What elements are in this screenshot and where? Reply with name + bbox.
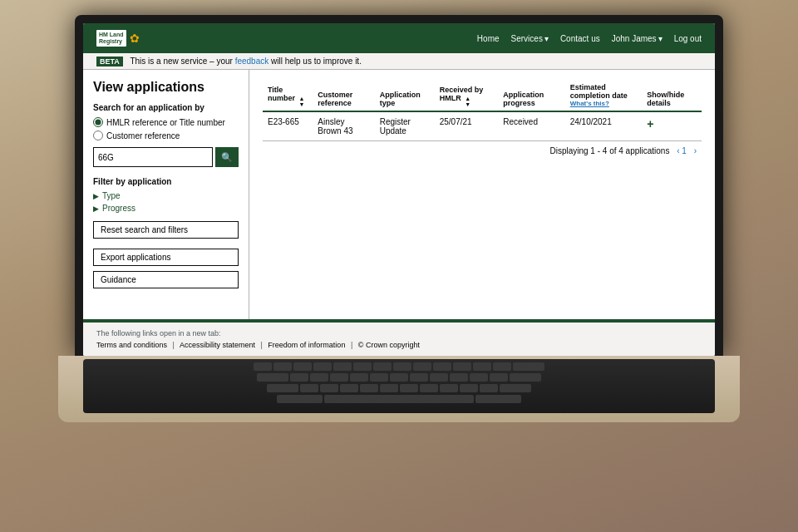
beta-tag: BETA [96, 57, 123, 66]
filter-progress-label: Progress [102, 204, 135, 213]
cell-customer-ref: Ainsley Brown 43 [313, 111, 374, 141]
key [277, 395, 323, 403]
filter-progress[interactable]: ▶ Progress [93, 204, 239, 213]
key [470, 373, 488, 382]
key [373, 362, 392, 371]
search-row: 🔍 [93, 147, 239, 167]
keyboard-deck [83, 359, 715, 413]
key [310, 373, 328, 382]
main-nav: Home Services ▾ Contact us John James ▾ … [477, 34, 702, 43]
key [380, 384, 398, 392]
key [273, 362, 292, 371]
key [370, 373, 388, 382]
key [473, 362, 491, 371]
key [500, 384, 531, 392]
key [320, 384, 338, 392]
beta-banner: BETA This is a new service – your feedba… [83, 53, 715, 70]
cell-show-hide[interactable]: + [642, 111, 702, 141]
search-label: Search for an application by [93, 103, 239, 112]
sort-icon-received[interactable]: ▲▼ [465, 96, 470, 107]
footer-link-crown[interactable]: © Crown copyright [358, 341, 420, 349]
applications-table: Title number ▲▼ Customer reference Appli… [263, 78, 702, 141]
pagination: Displaying 1 - 4 of 4 applications ‹ 1 › [263, 141, 702, 160]
col-received: Received by HMLR ▲▼ [435, 78, 499, 111]
nav-user[interactable]: John James ▾ [612, 34, 663, 43]
col-progress: Application progress [498, 78, 564, 111]
cell-estimated: 24/10/2021 [565, 111, 643, 141]
search-radio-group: HMLR reference or Title number Customer … [93, 117, 239, 140]
chevron-down-icon-user: ▾ [658, 34, 663, 43]
footer-link-terms[interactable]: Terms and conditions [96, 341, 167, 349]
key [475, 395, 521, 403]
key [440, 384, 458, 392]
filter-type[interactable]: ▶ Type [93, 191, 239, 200]
key [420, 384, 438, 392]
key [493, 362, 511, 371]
cell-title-number: E23-665 [263, 111, 313, 141]
site-footer: The following links open in a new tab: T… [83, 319, 715, 356]
key [433, 362, 451, 371]
pagination-text: Displaying 1 - 4 of 4 applications [549, 146, 669, 155]
key [450, 373, 468, 382]
radio-hmlr-label: HMLR reference or Title number [106, 118, 225, 127]
table-row: E23-665 Ainsley Brown 43 Register Update… [263, 111, 702, 141]
cell-received: 25/07/21 [435, 111, 499, 141]
nav-services-link[interactable]: Services [511, 34, 543, 43]
key [313, 362, 332, 371]
beta-message2: will help us to improve it. [268, 57, 362, 66]
sort-icon-title[interactable]: ▲▼ [299, 96, 305, 107]
key [353, 362, 372, 371]
key [410, 373, 428, 382]
key [333, 362, 352, 371]
key [413, 362, 431, 371]
key [513, 362, 544, 371]
search-button[interactable]: 🔍 [215, 147, 239, 167]
logo-text: HM Land Registry [96, 30, 126, 46]
col-app-type: Application type [375, 78, 435, 111]
pagination-prev[interactable]: ‹ 1 [677, 146, 687, 155]
export-button[interactable]: Export applications [93, 249, 239, 266]
radio-customer-label: Customer reference [106, 131, 180, 140]
page-title: View applications [93, 80, 239, 95]
key [510, 373, 541, 382]
sidebar: View applications Search for an applicat… [83, 70, 249, 319]
reset-button[interactable]: Reset search and filters [93, 221, 239, 239]
key [324, 395, 474, 403]
footer-link-foi[interactable]: Freedom of information [268, 341, 345, 349]
cell-app-type: Register Update [375, 111, 435, 141]
radio-customer[interactable]: Customer reference [93, 131, 239, 140]
key [360, 384, 378, 392]
guidance-button[interactable]: Guidance [93, 271, 239, 288]
nav-user-name[interactable]: John James [612, 34, 657, 43]
key [453, 362, 471, 371]
nav-home[interactable]: Home [477, 34, 500, 43]
search-input[interactable] [93, 147, 213, 167]
show-hide-button[interactable]: + [647, 117, 653, 131]
feedback-link[interactable]: feedback [235, 57, 269, 66]
logo-flower-icon: ✿ [130, 32, 140, 45]
key [300, 384, 318, 392]
main-content: View applications Search for an applicat… [83, 70, 715, 319]
key [290, 373, 308, 382]
nav-services[interactable]: Services ▾ [511, 34, 549, 43]
key [254, 362, 272, 371]
cell-progress: Received [498, 111, 564, 141]
key [293, 362, 312, 371]
radio-hmlr[interactable]: HMLR reference or Title number [93, 117, 239, 127]
col-estimated: Estimated completion date What's this? [565, 78, 643, 111]
chevron-right-icon: ▶ [93, 192, 99, 200]
table-area: Title number ▲▼ Customer reference Appli… [249, 70, 715, 319]
key [350, 373, 368, 382]
key [480, 384, 498, 392]
pagination-next[interactable]: › [694, 146, 697, 155]
whats-this-link[interactable]: What's this? [570, 100, 638, 107]
col-show-hide: Show/hide details [642, 78, 702, 111]
logo: HM Land Registry ✿ [96, 30, 140, 46]
key [257, 373, 288, 382]
filter-label: Filter by application [93, 177, 239, 186]
footer-link-accessibility[interactable]: Accessibility statement [180, 341, 255, 349]
key [430, 373, 448, 382]
key [390, 373, 408, 382]
nav-logout[interactable]: Log out [674, 34, 702, 43]
nav-contact[interactable]: Contact us [560, 34, 600, 43]
